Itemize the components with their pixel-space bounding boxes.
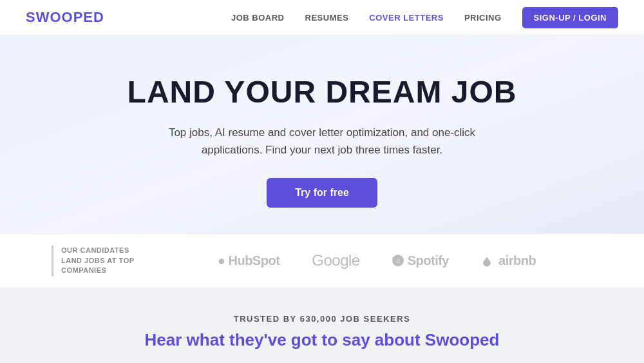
companies-label: OUR CANDIDATES LAND JOBS AT TOP COMPANIE…	[52, 246, 135, 275]
signup-login-button[interactable]: SIGN-UP / LOGIN	[522, 7, 618, 28]
companies-bar: OUR CANDIDATES LAND JOBS AT TOP COMPANIE…	[0, 233, 644, 288]
nav-cover-letters[interactable]: COVER LETTERS	[369, 13, 444, 23]
nav-job-board[interactable]: JOB BOARD	[231, 13, 285, 23]
try-for-free-button[interactable]: Try for free	[267, 178, 377, 208]
spotify-icon: ♫	[392, 255, 404, 266]
google-logo: Google	[312, 251, 359, 270]
nav-links: JOB BOARD RESUMES COVER LETTERS PRICING …	[231, 7, 618, 28]
company-logos: ● HubSpot Google ♫ Spotify airbnb	[161, 251, 592, 270]
hubspot-logo: ● HubSpot	[218, 253, 279, 268]
hero-title: LAND YOUR DREAM JOB	[13, 74, 631, 110]
testimonials-heading: Hear what they've got to say about Swoop…	[39, 330, 605, 350]
logo[interactable]: SWOOPED	[26, 9, 104, 26]
testimonials-section: TRUSTED BY 630,000 JOB SEEKERS Hear what…	[0, 288, 644, 363]
nav-resumes[interactable]: RESUMES	[305, 13, 349, 23]
hero-subtitle: Top jobs, AI resume and cover letter opt…	[167, 124, 477, 159]
hubspot-icon: ●	[218, 253, 225, 268]
spotify-logo: ♫ Spotify	[392, 253, 449, 268]
airbnb-logo: airbnb	[481, 253, 536, 268]
navbar: SWOOPED JOB BOARD RESUMES COVER LETTERS …	[0, 0, 644, 35]
nav-pricing[interactable]: PRICING	[464, 13, 502, 23]
hero-section: LAND YOUR DREAM JOB Top jobs, AI resume …	[0, 35, 644, 233]
trusted-label: TRUSTED BY 630,000 JOB SEEKERS	[39, 314, 605, 324]
